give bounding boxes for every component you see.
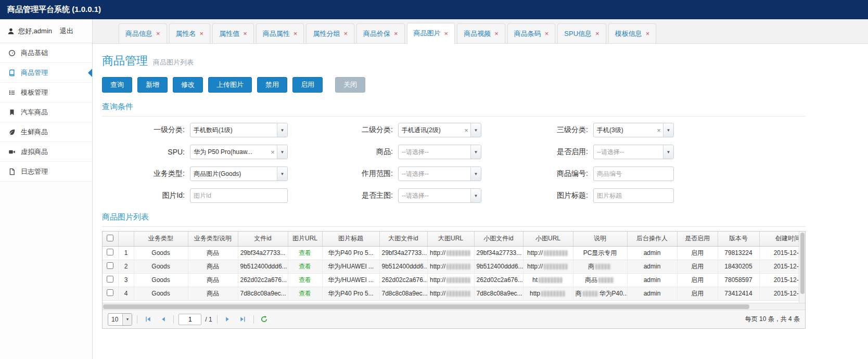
column-header[interactable]: 小图文件id xyxy=(474,232,523,246)
row-checkbox[interactable] xyxy=(107,262,113,269)
chevron-down-icon[interactable]: ▼ xyxy=(277,167,287,181)
column-header[interactable]: 说明 xyxy=(573,232,627,246)
last-page-button[interactable] xyxy=(237,314,249,325)
edit-button[interactable]: 修改 xyxy=(173,77,203,93)
chevron-down-icon[interactable]: ▼ xyxy=(277,123,287,137)
column-header[interactable]: 创建时间 xyxy=(759,232,805,246)
vertical-scrollbar-thumb[interactable] xyxy=(800,233,805,294)
column-header[interactable]: 版本号 xyxy=(718,232,759,246)
sidebar-item-log-manage[interactable]: 日志管理 xyxy=(0,162,92,182)
column-header[interactable]: 小图URL xyxy=(523,232,573,246)
enable-button[interactable]: 启用 xyxy=(292,77,323,93)
view-link[interactable]: 查看 xyxy=(299,249,311,257)
chevron-down-icon[interactable]: ▼ xyxy=(663,145,673,159)
next-page-button[interactable] xyxy=(222,314,234,325)
first-page-button[interactable] xyxy=(142,314,154,325)
row-select-cell[interactable] xyxy=(103,287,118,300)
chevron-down-icon[interactable]: ▼ xyxy=(470,123,481,137)
column-header[interactable]: 是否启用 xyxy=(677,232,718,246)
chevron-down-icon[interactable]: ▼ xyxy=(277,145,287,159)
column-header[interactable]: 图片标题 xyxy=(322,232,379,246)
tab-spu-info[interactable]: SPU信息× xyxy=(557,23,606,43)
close-icon[interactable]: × xyxy=(156,30,160,37)
close-icon[interactable]: × xyxy=(444,30,449,37)
select-all-checkbox[interactable] xyxy=(107,235,113,241)
column-header[interactable]: 业务类型说明 xyxy=(188,232,238,246)
search-button[interactable]: 查询 xyxy=(102,77,132,93)
tab-template-info[interactable]: 模板信息× xyxy=(608,23,657,43)
close-button[interactable]: 关闭 xyxy=(335,77,365,93)
tab-product-attr[interactable]: 商品属性× xyxy=(256,23,304,43)
upload-image-button[interactable]: 上传图片 xyxy=(208,77,252,93)
prev-page-button[interactable] xyxy=(157,314,169,325)
chevron-down-icon[interactable]: ▼ xyxy=(470,189,481,202)
close-icon[interactable]: × xyxy=(243,30,247,37)
image-id-input[interactable] xyxy=(190,188,288,203)
view-link[interactable]: 查看 xyxy=(299,276,311,284)
spu-select[interactable]: 华为 P50 Pro(huaw...×▼ xyxy=(190,145,288,159)
is-main-image-select[interactable]: --请选择--▼ xyxy=(398,188,481,203)
disable-button[interactable]: 禁用 xyxy=(257,77,287,93)
product-select[interactable]: --请选择--▼ xyxy=(398,145,481,159)
refresh-button[interactable] xyxy=(259,314,270,325)
close-icon[interactable]: × xyxy=(545,30,549,37)
scope-select[interactable]: --请选择--▼ xyxy=(398,166,481,181)
column-header[interactable]: 大图URL xyxy=(427,232,474,246)
close-icon[interactable]: × xyxy=(494,30,499,37)
add-button[interactable]: 新增 xyxy=(137,77,168,93)
sidebar-item-template-manage[interactable]: 模板管理 xyxy=(0,83,92,102)
sidebar-item-product-base[interactable]: 商品基础 xyxy=(0,43,92,63)
tab-product-barcode[interactable]: 商品条码× xyxy=(507,23,556,43)
tab-product-image[interactable]: 商品图片× xyxy=(407,23,455,44)
row-checkbox[interactable] xyxy=(107,249,113,255)
row-select-cell[interactable] xyxy=(103,246,118,260)
level1-category-select[interactable]: 手机数码(1级)▼ xyxy=(190,123,288,137)
table-row[interactable]: 3Goods商品262d02c2a676...查看华为/HUAWEI ...26… xyxy=(103,273,805,287)
column-header[interactable]: 后台操作人 xyxy=(627,232,677,246)
row-checkbox[interactable] xyxy=(107,276,113,283)
clear-icon[interactable]: × xyxy=(655,126,663,134)
column-header[interactable]: 大图文件id xyxy=(379,232,427,246)
tab-attr-value[interactable]: 属性值× xyxy=(212,23,254,43)
close-icon[interactable]: × xyxy=(595,30,599,37)
close-icon[interactable]: × xyxy=(646,30,650,37)
level2-category-select[interactable]: 手机通讯(2级)×▼ xyxy=(398,123,481,137)
logout-link[interactable]: 退出 xyxy=(60,27,73,36)
close-icon[interactable]: × xyxy=(200,30,204,37)
sidebar-item-product-manage[interactable]: 商品管理 xyxy=(0,63,92,83)
image-title-input[interactable] xyxy=(593,188,674,203)
sidebar-item-virtual-product[interactable]: 虚拟商品 xyxy=(0,142,92,162)
is-enabled-select[interactable]: --请选择--▼ xyxy=(593,145,674,159)
view-link[interactable]: 查看 xyxy=(299,290,311,297)
chevron-down-icon[interactable]: ▼ xyxy=(470,167,481,181)
chevron-down-icon[interactable]: ▼ xyxy=(470,145,481,159)
row-select-cell[interactable] xyxy=(103,260,118,273)
row-select-cell[interactable] xyxy=(103,273,118,287)
view-link[interactable]: 查看 xyxy=(299,263,311,270)
tab-product-video[interactable]: 商品视频× xyxy=(457,23,505,43)
page-size-select[interactable]: 10 ▼ xyxy=(108,313,132,326)
chevron-down-icon[interactable]: ▼ xyxy=(663,123,673,137)
vertical-scrollbar[interactable] xyxy=(799,232,805,303)
tab-price-protect[interactable]: 商品价保× xyxy=(356,23,405,43)
table-row[interactable]: 1Goods商品29bf34a27733...查看华为P40 Pro 5...2… xyxy=(103,246,805,260)
page-number-input[interactable] xyxy=(178,314,201,325)
product-code-input[interactable] xyxy=(593,166,674,181)
clear-icon[interactable]: × xyxy=(462,126,470,134)
close-icon[interactable]: × xyxy=(343,30,348,37)
chevron-down-icon[interactable]: ▼ xyxy=(122,314,132,325)
level3-category-select[interactable]: 手机(3级)×▼ xyxy=(593,123,674,137)
sidebar-item-car-product[interactable]: 汽车商品 xyxy=(0,102,92,122)
column-header[interactable]: 业务类型 xyxy=(134,232,188,246)
close-icon[interactable]: × xyxy=(394,30,398,37)
column-header[interactable]: 图片URL xyxy=(288,232,322,246)
clear-icon[interactable]: × xyxy=(269,148,277,156)
horizontal-scrollbar[interactable] xyxy=(103,303,805,310)
horizontal-scrollbar-thumb[interactable] xyxy=(103,304,749,309)
close-icon[interactable]: × xyxy=(293,30,298,37)
tab-attr-name[interactable]: 属性名× xyxy=(169,23,211,43)
sidebar-item-fresh-product[interactable]: 生鲜商品 xyxy=(0,122,92,142)
biz-type-select[interactable]: 商品图片(Goods)▼ xyxy=(190,166,288,181)
row-checkbox[interactable] xyxy=(107,289,113,296)
table-row[interactable]: 4Goods商品7d8c8c08a9ec...查看华为P40 Pro 5...7… xyxy=(103,287,805,300)
